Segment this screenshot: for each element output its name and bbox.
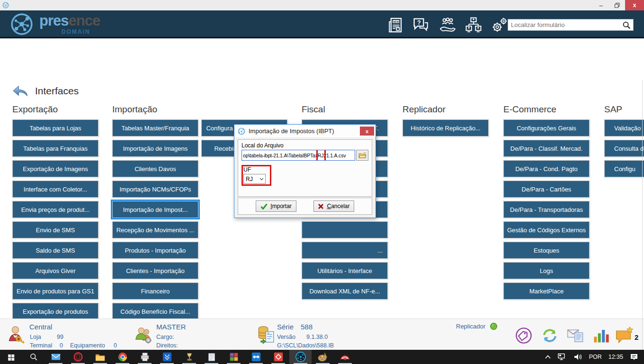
menu-button[interactable]: Consulta d bbox=[604, 140, 644, 157]
menu-button[interactable]: Arquivos Giver bbox=[12, 262, 98, 279]
menu-button[interactable]: Importação NCMs/CFOPs bbox=[112, 181, 198, 198]
uf-combobox[interactable]: RJ bbox=[243, 174, 266, 184]
tag-icon[interactable] bbox=[515, 327, 532, 344]
dialog-titlebar[interactable]: Importação de Impostos (IBPT) x bbox=[234, 125, 376, 137]
menu-button[interactable]: Clientes - Importação bbox=[112, 262, 198, 279]
taskbar-search-button[interactable] bbox=[22, 350, 45, 364]
back-arrow-icon[interactable] bbox=[12, 84, 29, 97]
cargo-row: Cargo: bbox=[156, 333, 174, 341]
speaker-icon[interactable] bbox=[573, 353, 582, 361]
start-button[interactable] bbox=[0, 350, 22, 364]
browse-folder-button[interactable] bbox=[356, 150, 368, 161]
dialog-close-button[interactable]: x bbox=[360, 127, 374, 136]
cancelar-button[interactable]: Cancelar bbox=[313, 200, 354, 212]
menu-button[interactable]: Financeiro bbox=[112, 282, 198, 300]
menu-button[interactable]: Download XML de NF-e... bbox=[302, 282, 388, 300]
dialog-footer: Importar Cancelar bbox=[238, 198, 372, 215]
menu-button[interactable]: Gestão de Códigos Externos bbox=[503, 221, 590, 238]
menu-button[interactable]: De/Para - Cond. Pagto bbox=[503, 160, 590, 177]
menu-button[interactable]: Exportação de produtos bbox=[12, 303, 98, 320]
network-icon[interactable] bbox=[558, 353, 567, 361]
menu-button[interactable]: Envia preços de produt... bbox=[12, 201, 98, 218]
taskbar-blue-arrows-app[interactable] bbox=[156, 350, 178, 364]
close-button[interactable]: x bbox=[625, 0, 644, 10]
users-gear-icon bbox=[134, 326, 153, 345]
bar-chart-icon[interactable] bbox=[593, 327, 610, 344]
menu-column-importacao: ImportaçãoTabelas Master/FranquiaImporta… bbox=[112, 104, 198, 323]
dialog-app-icon bbox=[238, 127, 245, 135]
menu-button[interactable]: Produtos - Importação bbox=[112, 242, 198, 259]
menu-button[interactable]: Tabelas Master/Franquia bbox=[112, 119, 198, 136]
menu-button[interactable]: Clientes Davos bbox=[112, 160, 198, 177]
taskbar-lamp-app[interactable] bbox=[178, 350, 200, 364]
file-path-highlight-wrap: RJ bbox=[318, 153, 323, 158]
menu-button[interactable]: Utilitários - Interface bbox=[302, 262, 388, 279]
menu-button[interactable]: De/Para - Transportadoras bbox=[503, 201, 590, 218]
printer-icon bbox=[140, 352, 150, 362]
search-icon[interactable] bbox=[622, 20, 631, 30]
taskbar-notepad-app[interactable] bbox=[200, 350, 223, 364]
green-status-dot bbox=[490, 322, 498, 330]
file-path-input[interactable]: op\tabela-ibpt-21.1.A\TabelaIBPTaxRJ21.1… bbox=[242, 150, 355, 161]
dialog-title: Importação de Impostos (IBPT) bbox=[249, 127, 334, 135]
menu-button[interactable]: Tabelas para Lojas bbox=[12, 119, 98, 136]
logo-wordmark: presence bbox=[39, 14, 100, 28]
search-input[interactable] bbox=[508, 21, 622, 28]
taskbar-teamviewer-app[interactable] bbox=[245, 350, 267, 364]
taskbar-red-diamond-app[interactable] bbox=[267, 350, 289, 364]
system-tray: POR 12:35 bbox=[545, 353, 644, 361]
restore-button[interactable] bbox=[609, 0, 625, 10]
settings-icon[interactable] bbox=[491, 16, 509, 34]
menu-button[interactable]: De/Para - Cartões bbox=[503, 181, 590, 198]
taskbar-printer-app[interactable] bbox=[134, 350, 156, 364]
menu-button[interactable]: Estoques bbox=[503, 242, 590, 259]
action-center-icon[interactable] bbox=[630, 353, 638, 361]
menu-button[interactable]: Recepção de Movimentos ... bbox=[112, 221, 198, 238]
taskbar-fan-app[interactable] bbox=[334, 350, 356, 364]
menu-button[interactable]: Exportação de Imagens bbox=[12, 160, 98, 177]
menu-button[interactable]: Validação bbox=[604, 119, 644, 136]
menu-button[interactable]: Configu bbox=[604, 160, 644, 177]
terminal-row: Terminal0Equipamento0 bbox=[30, 341, 117, 350]
menu-button[interactable]: Envio de produtos para GS1 bbox=[12, 282, 98, 300]
chevron-up-icon[interactable] bbox=[545, 355, 551, 359]
community-icon[interactable] bbox=[438, 16, 456, 34]
menu-button[interactable]: MarketPlace bbox=[503, 282, 590, 300]
refresh-icon[interactable] bbox=[541, 327, 558, 344]
menu-button[interactable]: Tabelas para Franquias bbox=[12, 140, 98, 157]
menu-button[interactable]: Importação de Imagens bbox=[112, 140, 198, 157]
menu-button[interactable]: Configurações Gerais bbox=[503, 119, 590, 136]
taskbar-presence-app[interactable] bbox=[289, 350, 312, 364]
menu-column-exportacao: ExportaçãoTabelas para LojasTabelas para… bbox=[12, 104, 98, 323]
minimize-button[interactable]: – bbox=[593, 0, 609, 10]
taskbar-winrar-app[interactable] bbox=[223, 350, 245, 364]
menu-button[interactable]: Envio de SMS bbox=[12, 221, 98, 238]
taskbar-explorer-app[interactable] bbox=[89, 350, 111, 364]
remote-access-icon[interactable] bbox=[465, 16, 483, 34]
tray-language[interactable]: POR bbox=[589, 354, 602, 360]
menu-button[interactable]: Logs bbox=[503, 262, 590, 279]
user-name: MASTER bbox=[156, 323, 186, 331]
menu-button[interactable]: ... bbox=[302, 242, 388, 259]
chat-badge-icon[interactable] bbox=[615, 326, 635, 345]
help-icon[interactable]: ? bbox=[411, 16, 429, 34]
svg-text:?: ? bbox=[417, 19, 421, 26]
taskbar-chrome-app[interactable] bbox=[111, 350, 134, 364]
menu-button[interactable] bbox=[302, 221, 388, 238]
direitos-row: Direitos: bbox=[156, 341, 178, 350]
taskbar-opera-app[interactable] bbox=[67, 350, 89, 364]
tray-clock[interactable]: 12:35 bbox=[608, 354, 623, 360]
menu-button[interactable]: Interface com Coletor... bbox=[12, 181, 98, 198]
menu-button[interactable]: Código Benefício Fiscal... bbox=[112, 303, 198, 320]
news-icon[interactable]: NEWS bbox=[387, 16, 403, 34]
menu-button[interactable]: Histórico de Replicação... bbox=[402, 119, 489, 136]
taskbar-paint-app[interactable] bbox=[312, 350, 334, 364]
importar-button[interactable]: Importar bbox=[256, 200, 296, 212]
cancelar-label: Cancelar bbox=[327, 203, 349, 209]
taskbar-mail-app[interactable] bbox=[45, 350, 67, 364]
mail-icon[interactable] bbox=[567, 327, 584, 344]
menu-button[interactable]: Saldo de SMS bbox=[12, 242, 98, 259]
menu-button[interactable]: De/Para - Classif. Mercad. bbox=[503, 140, 590, 157]
content-right-divider bbox=[642, 80, 643, 358]
menu-button[interactable]: Importação de Impost... bbox=[112, 201, 198, 218]
